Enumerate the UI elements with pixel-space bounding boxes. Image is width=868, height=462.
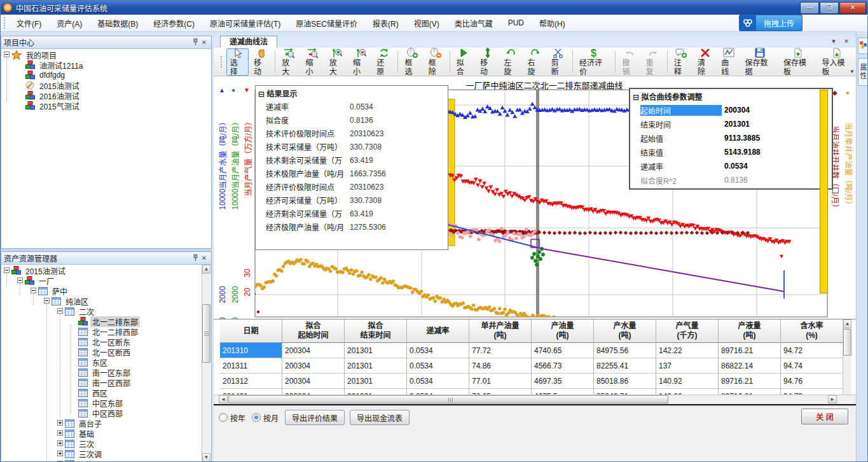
tree-item[interactable]: dfdfgdg — [1, 70, 211, 80]
fit-param-row[interactable]: 结束值5143.9188 — [630, 145, 832, 159]
export-eval-button[interactable]: 导出评价结果 — [285, 410, 345, 425]
box-select-button[interactable]: 框选 — [401, 48, 423, 76]
expander-icon[interactable] — [57, 307, 63, 316]
tab-dropdown-icon[interactable]: ▼ — [829, 38, 838, 46]
close-window-button[interactable]: ✕ — [839, 2, 866, 14]
tree-item[interactable]: 二次 — [1, 306, 211, 316]
asset-tree-scrollbar[interactable]: ▲ ▼ — [202, 265, 210, 462]
table-cell[interactable]: 84975.56 — [594, 343, 656, 358]
tree-item[interactable]: 北一区断东 — [1, 337, 211, 347]
box-remove-button[interactable]: 框除 — [425, 48, 447, 76]
minimize-button[interactable]: — — [800, 2, 819, 14]
tree-item[interactable]: 萨中 — [1, 286, 211, 296]
toolbar-overflow-icon[interactable]: ▼ — [850, 69, 855, 74]
properties-tab[interactable]: 属性 — [858, 58, 868, 86]
fit-param-row[interactable]: 结束时间201301 — [630, 117, 832, 131]
tree-item[interactable]: 高台子 — [1, 418, 211, 428]
tree-item[interactable]: 油测试1211a — [1, 60, 211, 70]
save-template-button[interactable]: 保存模板 — [780, 48, 816, 76]
tree-item[interactable]: 中区西部 — [1, 408, 211, 418]
tree-item[interactable]: 2016油测试 — [1, 90, 211, 101]
close-panel-icon[interactable]: ✕ — [200, 38, 209, 46]
table-cell[interactable]: 77.72 — [469, 343, 532, 358]
menu-econparam[interactable]: 经济参数(C) — [146, 16, 202, 31]
table-cell[interactable]: 94.76 — [781, 374, 843, 389]
tree-item[interactable]: 基础 — [1, 428, 211, 438]
tree-item[interactable]: 2015油测试 — [1, 265, 211, 276]
table-cell[interactable]: 200304 — [282, 358, 345, 374]
expander-icon[interactable] — [31, 286, 36, 295]
column-header[interactable]: 产液量 (吨) — [719, 319, 781, 343]
curve-button[interactable]: 曲线 — [717, 48, 740, 76]
expander-icon[interactable] — [57, 429, 63, 438]
radio-by-month[interactable] — [252, 413, 261, 422]
fit-param-row[interactable]: 起始值9113.3885 — [630, 131, 832, 145]
table-cell[interactable]: 82255.41 — [594, 358, 656, 374]
menu-view[interactable]: 视图(V) — [406, 16, 447, 31]
table-cell[interactable]: 201310 — [220, 343, 282, 358]
tab-decline-curve[interactable]: 递减曲线法 — [220, 36, 277, 48]
table-cell[interactable]: 85018.86 — [594, 374, 656, 389]
table-cell[interactable]: 201301 — [345, 343, 407, 358]
menu-asset[interactable]: 资产(A) — [49, 16, 90, 31]
redo-button[interactable]: 重复 — [642, 48, 665, 76]
column-header[interactable]: 拟合 起始时间 — [282, 319, 345, 343]
range-bar-right[interactable] — [820, 90, 828, 293]
table-cell[interactable]: 77.01 — [469, 374, 532, 389]
drag-upload-button[interactable]: 拖拽上传 — [739, 15, 803, 31]
select-button[interactable]: 选择 — [226, 48, 249, 76]
tree-item[interactable]: 北一二排西部 — [1, 326, 211, 337]
menu-basedata[interactable]: 基础数据(B) — [90, 16, 146, 31]
table-cell[interactable]: 201301 — [345, 374, 407, 389]
close-tab-button[interactable]: 关 闭 — [801, 409, 848, 424]
fit-param-row[interactable]: 拟合度R^20.8136 — [630, 173, 832, 187]
reset-view-button[interactable]: 还原 — [373, 48, 395, 76]
table-cell[interactable]: 4566.73 — [532, 358, 594, 374]
expander-icon[interactable] — [44, 297, 50, 305]
column-header[interactable]: 单井产油量 (吨) — [469, 319, 532, 343]
zoom-in-x-button[interactable]: 放大 — [278, 48, 300, 76]
table-row[interactable]: 2013102003042013010.053477.724740.658497… — [220, 343, 843, 358]
expander-icon[interactable] — [57, 439, 63, 448]
table-cell[interactable]: 89716.21 — [719, 374, 781, 389]
expander-icon[interactable] — [4, 266, 10, 275]
tree-item[interactable]: 2015油测试 — [1, 80, 211, 90]
table-cell[interactable]: 0.0534 — [407, 343, 469, 358]
undo-button[interactable]: 撤销 — [618, 48, 640, 76]
tree-item[interactable]: 北一二排东部 — [1, 316, 211, 326]
table-cell[interactable]: 200304 — [282, 343, 345, 358]
tree-item[interactable]: 一次 — [1, 459, 211, 462]
maximize-button[interactable]: ❐ — [820, 2, 839, 14]
annotate-button[interactable]: 注释 — [670, 48, 692, 76]
tree-item[interactable]: 南一区西部 — [1, 377, 211, 388]
tree-item[interactable]: 南一区东部 — [1, 367, 211, 377]
expander-icon[interactable] — [57, 459, 63, 462]
zoom-in-y-button[interactable]: 放大 — [326, 48, 348, 76]
table-cell[interactable]: 94.74 — [781, 358, 843, 374]
zoom-out-x-button[interactable]: 缩小 — [302, 48, 324, 76]
tab-close-icon[interactable]: ✕ — [842, 38, 851, 46]
expander-icon[interactable] — [57, 419, 63, 428]
menu-file[interactable]: 文件(F) — [9, 16, 49, 31]
column-header[interactable]: 含水率 (%) — [781, 319, 843, 343]
zoom-out-y-button[interactable]: 缩小 — [349, 48, 371, 76]
pin-icon[interactable] — [191, 38, 200, 46]
tree-item[interactable]: 三次 — [1, 438, 211, 449]
tree-item-my-projects[interactable]: 我的项目 — [1, 50, 211, 60]
rotate-left-button[interactable]: 左旋 — [500, 48, 522, 76]
fit-param-row[interactable]: 递减率0.0534 — [630, 159, 832, 173]
economic-eval-button[interactable]: $ 经济评价 — [575, 48, 612, 76]
expander-icon[interactable] — [17, 276, 23, 285]
menu-pud[interactable]: PUD — [500, 17, 532, 29]
table-cell[interactable]: 89716.21 — [719, 343, 781, 358]
table-cell[interactable]: 0.0534 — [407, 358, 469, 374]
expander-icon[interactable] — [57, 449, 63, 458]
table-cell[interactable]: 4740.65 — [532, 343, 594, 358]
table-cell[interactable]: 94.72 — [781, 343, 843, 358]
table-cell[interactable]: 74.86 — [469, 358, 532, 374]
tree-item[interactable]: 北一区断西 — [1, 347, 211, 357]
column-header[interactable]: 递减率 — [407, 319, 469, 343]
table-cell[interactable]: 86822.14 — [719, 358, 781, 374]
rotate-right-button[interactable]: 右旋 — [524, 48, 546, 76]
export-cashflow-button[interactable]: 导出现金流表 — [350, 410, 410, 425]
